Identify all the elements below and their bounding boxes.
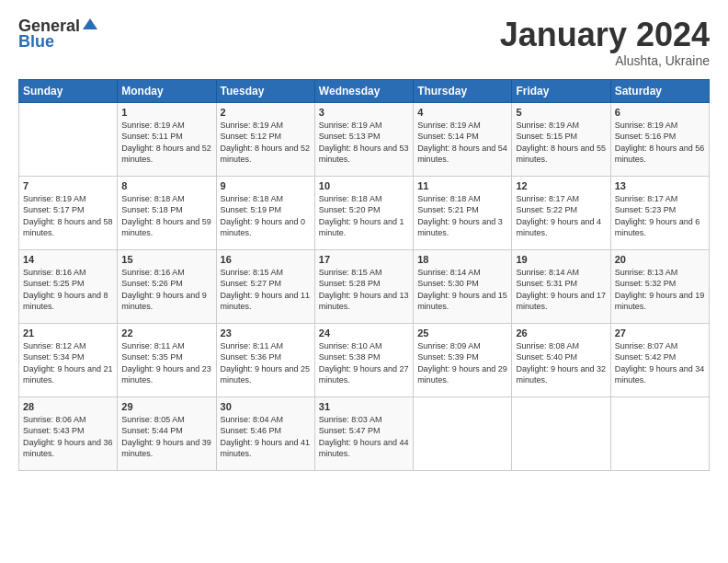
day-info: Sunrise: 8:16 AMSunset: 5:26 PMDaylight:…: [121, 267, 211, 313]
day-info: Sunrise: 8:18 AMSunset: 5:21 PMDaylight:…: [417, 193, 507, 239]
day-number: 5: [516, 107, 606, 118]
day-info: Sunrise: 8:10 AMSunset: 5:38 PMDaylight:…: [319, 340, 409, 386]
day-info: Sunrise: 8:16 AMSunset: 5:25 PMDaylight:…: [23, 267, 113, 313]
day-number: 23: [221, 327, 311, 339]
calendar-week-row: 1 Sunrise: 8:19 AMSunset: 5:11 PMDayligh…: [19, 102, 710, 176]
day-number: 30: [221, 401, 311, 412]
day-info: Sunrise: 8:17 AMSunset: 5:23 PMDaylight:…: [615, 193, 705, 239]
day-number: 19: [516, 254, 606, 265]
table-row: [512, 396, 610, 470]
table-row: 2 Sunrise: 8:19 AMSunset: 5:12 PMDayligh…: [216, 102, 314, 176]
col-sunday: Sunday: [19, 79, 118, 102]
page-container: General Blue January 2024 Alushta, Ukrai…: [0, 0, 728, 480]
table-row: 7 Sunrise: 8:19 AMSunset: 5:17 PMDayligh…: [19, 176, 118, 249]
table-row: 25 Sunrise: 8:09 AMSunset: 5:39 PMDaylig…: [414, 323, 512, 396]
col-friday: Friday: [512, 79, 610, 102]
table-row: 16 Sunrise: 8:15 AMSunset: 5:27 PMDaylig…: [216, 249, 314, 323]
table-row: [610, 396, 709, 470]
day-info: Sunrise: 8:12 AMSunset: 5:34 PMDaylight:…: [23, 340, 113, 386]
day-info: Sunrise: 8:19 AMSunset: 5:14 PMDaylight:…: [417, 120, 507, 166]
table-row: 11 Sunrise: 8:18 AMSunset: 5:21 PMDaylig…: [414, 176, 512, 249]
table-row: 12 Sunrise: 8:17 AMSunset: 5:22 PMDaylig…: [512, 176, 610, 249]
table-row: [414, 396, 512, 470]
day-number: 10: [319, 180, 409, 191]
title-block: January 2024 Alushta, Ukraine: [500, 17, 710, 68]
day-info: Sunrise: 8:19 AMSunset: 5:17 PMDaylight:…: [23, 193, 113, 239]
day-info: Sunrise: 8:19 AMSunset: 5:16 PMDaylight:…: [615, 120, 705, 166]
day-info: Sunrise: 8:09 AMSunset: 5:39 PMDaylight:…: [417, 340, 507, 386]
table-row: 9 Sunrise: 8:18 AMSunset: 5:19 PMDayligh…: [216, 176, 314, 249]
table-row: 23 Sunrise: 8:11 AMSunset: 5:36 PMDaylig…: [216, 323, 314, 396]
day-number: 16: [221, 254, 311, 265]
calendar-table: Sunday Monday Tuesday Wednesday Thursday…: [18, 79, 710, 471]
day-number: 9: [221, 180, 311, 191]
day-number: 2: [221, 107, 311, 118]
calendar-week-row: 21 Sunrise: 8:12 AMSunset: 5:34 PMDaylig…: [19, 323, 710, 396]
day-number: 11: [417, 180, 507, 191]
day-number: 7: [23, 180, 113, 191]
day-number: 25: [417, 327, 507, 339]
day-number: 21: [23, 327, 113, 339]
day-info: Sunrise: 8:19 AMSunset: 5:13 PMDaylight:…: [319, 120, 409, 166]
svg-marker-0: [83, 18, 97, 29]
table-row: 14 Sunrise: 8:16 AMSunset: 5:25 PMDaylig…: [19, 249, 118, 323]
logo-icon: [81, 17, 99, 35]
table-row: 6 Sunrise: 8:19 AMSunset: 5:16 PMDayligh…: [610, 102, 709, 176]
day-info: Sunrise: 8:19 AMSunset: 5:15 PMDaylight:…: [516, 120, 606, 166]
day-number: 31: [319, 401, 409, 412]
table-row: 31 Sunrise: 8:03 AMSunset: 5:47 PMDaylig…: [314, 396, 413, 470]
day-info: Sunrise: 8:14 AMSunset: 5:31 PMDaylight:…: [516, 267, 606, 313]
table-row: 19 Sunrise: 8:14 AMSunset: 5:31 PMDaylig…: [512, 249, 610, 323]
day-number: 28: [23, 401, 113, 412]
table-row: 30 Sunrise: 8:04 AMSunset: 5:46 PMDaylig…: [216, 396, 314, 470]
table-row: 13 Sunrise: 8:17 AMSunset: 5:23 PMDaylig…: [610, 176, 709, 249]
day-number: 3: [319, 107, 409, 118]
day-info: Sunrise: 8:15 AMSunset: 5:27 PMDaylight:…: [221, 267, 311, 313]
day-info: Sunrise: 8:18 AMSunset: 5:18 PMDaylight:…: [121, 193, 211, 239]
day-number: 4: [417, 107, 507, 118]
table-row: 22 Sunrise: 8:11 AMSunset: 5:35 PMDaylig…: [118, 323, 216, 396]
day-info: Sunrise: 8:06 AMSunset: 5:43 PMDaylight:…: [23, 414, 113, 460]
day-info: Sunrise: 8:11 AMSunset: 5:35 PMDaylight:…: [121, 340, 211, 386]
calendar-week-row: 14 Sunrise: 8:16 AMSunset: 5:25 PMDaylig…: [19, 249, 710, 323]
table-row: [19, 102, 118, 176]
header: General Blue January 2024 Alushta, Ukrai…: [18, 17, 710, 68]
col-tuesday: Tuesday: [216, 79, 314, 102]
day-info: Sunrise: 8:08 AMSunset: 5:40 PMDaylight:…: [516, 340, 606, 386]
table-row: 26 Sunrise: 8:08 AMSunset: 5:40 PMDaylig…: [512, 323, 610, 396]
table-row: 4 Sunrise: 8:19 AMSunset: 5:14 PMDayligh…: [414, 102, 512, 176]
day-info: Sunrise: 8:03 AMSunset: 5:47 PMDaylight:…: [319, 414, 409, 460]
table-row: 17 Sunrise: 8:15 AMSunset: 5:28 PMDaylig…: [314, 249, 413, 323]
logo: General Blue: [18, 17, 99, 52]
day-number: 24: [319, 327, 409, 339]
table-row: 27 Sunrise: 8:07 AMSunset: 5:42 PMDaylig…: [610, 323, 709, 396]
day-info: Sunrise: 8:11 AMSunset: 5:36 PMDaylight:…: [221, 340, 311, 386]
day-info: Sunrise: 8:13 AMSunset: 5:32 PMDaylight:…: [615, 267, 705, 313]
day-number: 15: [121, 254, 211, 265]
col-thursday: Thursday: [414, 79, 512, 102]
calendar-header-row: Sunday Monday Tuesday Wednesday Thursday…: [19, 79, 710, 102]
table-row: 20 Sunrise: 8:13 AMSunset: 5:32 PMDaylig…: [610, 249, 709, 323]
day-info: Sunrise: 8:19 AMSunset: 5:11 PMDaylight:…: [121, 120, 211, 166]
day-info: Sunrise: 8:18 AMSunset: 5:20 PMDaylight:…: [319, 193, 409, 239]
day-number: 20: [615, 254, 705, 265]
day-info: Sunrise: 8:14 AMSunset: 5:30 PMDaylight:…: [417, 267, 507, 313]
day-info: Sunrise: 8:19 AMSunset: 5:12 PMDaylight:…: [221, 120, 311, 166]
day-number: 26: [516, 327, 606, 339]
table-row: 18 Sunrise: 8:14 AMSunset: 5:30 PMDaylig…: [414, 249, 512, 323]
day-info: Sunrise: 8:18 AMSunset: 5:19 PMDaylight:…: [221, 193, 311, 239]
table-row: 1 Sunrise: 8:19 AMSunset: 5:11 PMDayligh…: [118, 102, 216, 176]
table-row: 3 Sunrise: 8:19 AMSunset: 5:13 PMDayligh…: [314, 102, 413, 176]
col-saturday: Saturday: [610, 79, 709, 102]
day-number: 13: [615, 180, 705, 191]
day-number: 6: [615, 107, 705, 118]
col-monday: Monday: [118, 79, 216, 102]
day-info: Sunrise: 8:07 AMSunset: 5:42 PMDaylight:…: [615, 340, 705, 386]
table-row: 15 Sunrise: 8:16 AMSunset: 5:26 PMDaylig…: [118, 249, 216, 323]
day-info: Sunrise: 8:15 AMSunset: 5:28 PMDaylight:…: [319, 267, 409, 313]
day-number: 22: [121, 327, 211, 339]
table-row: 24 Sunrise: 8:10 AMSunset: 5:38 PMDaylig…: [314, 323, 413, 396]
table-row: 5 Sunrise: 8:19 AMSunset: 5:15 PMDayligh…: [512, 102, 610, 176]
col-wednesday: Wednesday: [314, 79, 413, 102]
day-info: Sunrise: 8:17 AMSunset: 5:22 PMDaylight:…: [516, 193, 606, 239]
